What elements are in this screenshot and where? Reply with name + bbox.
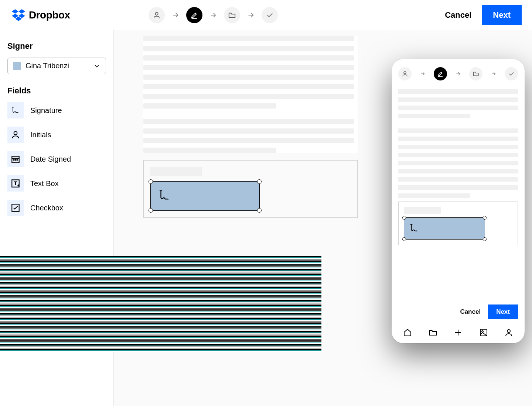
- svg-marker-1: [18, 9, 25, 14]
- mobile-step-recipients[interactable]: [398, 67, 412, 80]
- mobile-document: [398, 89, 518, 290]
- svg-point-12: [17, 159, 17, 160]
- tab-account[interactable]: [503, 327, 514, 338]
- skeleton-line: [398, 153, 518, 157]
- date-icon: [7, 151, 24, 167]
- mobile-step-folder[interactable]: [469, 67, 482, 80]
- chevron-right-icon: [209, 11, 217, 19]
- resize-handle-bl[interactable]: [149, 208, 153, 213]
- skeleton-line: [143, 75, 354, 80]
- resize-handle-br[interactable]: [483, 237, 487, 241]
- signer-select[interactable]: Gina Tribenzi: [7, 58, 106, 74]
- skeleton-line: [143, 65, 354, 70]
- chevron-right-icon: [171, 11, 180, 19]
- mobile-signature-area: [398, 202, 518, 245]
- step-folder[interactable]: [224, 7, 240, 23]
- topbar: Dropbox Cancel Next: [0, 0, 532, 30]
- skeleton-line: [143, 46, 354, 51]
- skeleton-line: [143, 55, 354, 61]
- signature-icon: [157, 189, 171, 203]
- placed-signature-field[interactable]: [150, 181, 260, 211]
- skeleton-line: [398, 97, 518, 102]
- field-checkbox[interactable]: Checkbox: [7, 200, 106, 216]
- mobile-step-edit[interactable]: [434, 67, 447, 80]
- skeleton-line: [143, 84, 354, 89]
- brand-name: Dropbox: [29, 9, 70, 21]
- field-label: Checkbox: [30, 204, 63, 212]
- checkbox-icon: [7, 200, 24, 216]
- mobile-step-review[interactable]: [505, 67, 518, 80]
- tab-photos[interactable]: [478, 327, 489, 338]
- tab-files[interactable]: [427, 327, 439, 338]
- decorative-glitch: [0, 256, 321, 352]
- skeleton-label: [150, 167, 202, 176]
- signer-heading: Signer: [7, 41, 106, 51]
- skeleton-line: [398, 169, 518, 173]
- skeleton-line: [398, 177, 518, 182]
- signer-name: Gina Tribenzi: [25, 62, 89, 70]
- tab-add[interactable]: [453, 327, 464, 338]
- skeleton-line: [398, 128, 518, 133]
- signer-color-swatch: [13, 62, 21, 70]
- mobile-placed-signature-field[interactable]: [404, 217, 485, 240]
- skeleton-line: [398, 137, 518, 141]
- svg-point-15: [404, 72, 406, 74]
- skeleton-line: [143, 119, 354, 124]
- svg-point-11: [15, 159, 16, 160]
- field-label: Initials: [30, 131, 51, 139]
- skeleton-line: [143, 36, 354, 41]
- skeleton-line: [398, 114, 470, 118]
- fields-heading: Fields: [7, 86, 106, 96]
- dropbox-icon: [12, 9, 25, 21]
- tab-home[interactable]: [402, 327, 413, 338]
- resize-handle-br[interactable]: [257, 208, 262, 213]
- step-edit[interactable]: [186, 7, 202, 23]
- brand-logo: Dropbox: [12, 9, 70, 21]
- skeleton-line: [143, 138, 354, 143]
- mobile-progress-steps: [398, 67, 518, 80]
- signature-icon: [409, 223, 420, 234]
- skeleton-line: [143, 103, 276, 109]
- field-label: Date Signed: [30, 155, 71, 164]
- signature-icon: [7, 102, 24, 118]
- resize-handle-tl[interactable]: [149, 179, 153, 184]
- resize-handle-tr[interactable]: [257, 179, 262, 184]
- skeleton-line: [398, 89, 518, 94]
- svg-point-10: [14, 159, 14, 160]
- chevron-right-icon: [491, 71, 497, 77]
- skeleton-line: [398, 193, 470, 198]
- field-label: Signature: [30, 106, 62, 115]
- chevron-right-icon: [420, 71, 426, 77]
- mobile-cancel-button[interactable]: Cancel: [460, 308, 481, 316]
- field-initials[interactable]: Initials: [7, 127, 106, 143]
- mobile-preview: Cancel Next: [392, 59, 525, 343]
- resize-handle-tl[interactable]: [402, 216, 406, 220]
- svg-point-19: [507, 330, 510, 333]
- resize-handle-tr[interactable]: [483, 216, 487, 220]
- svg-point-5: [155, 12, 158, 15]
- cancel-button[interactable]: Cancel: [445, 10, 471, 20]
- person-icon: [7, 127, 24, 143]
- skeleton-line: [143, 128, 354, 134]
- step-review[interactable]: [262, 7, 278, 23]
- skeleton-line: [143, 148, 276, 153]
- skeleton-line: [143, 94, 354, 99]
- step-recipients[interactable]: [149, 7, 165, 23]
- mobile-next-button[interactable]: Next: [488, 304, 518, 319]
- field-date-signed[interactable]: Date Signed: [7, 151, 106, 167]
- resize-handle-bl[interactable]: [402, 237, 406, 241]
- next-button[interactable]: Next: [482, 5, 522, 25]
- svg-point-18: [482, 331, 483, 332]
- skeleton-label: [404, 207, 441, 214]
- progress-steps: [149, 7, 278, 23]
- mobile-tabbar: [398, 324, 518, 338]
- field-text-box[interactable]: Text Box: [7, 175, 106, 192]
- svg-marker-0: [12, 9, 18, 14]
- svg-point-7: [14, 131, 17, 135]
- signature-area: [143, 160, 358, 218]
- chevron-right-icon: [455, 71, 461, 77]
- skeleton-line: [398, 106, 518, 110]
- skeleton-line: [398, 161, 518, 165]
- textbox-icon: [7, 175, 24, 192]
- field-signature[interactable]: Signature: [7, 102, 106, 118]
